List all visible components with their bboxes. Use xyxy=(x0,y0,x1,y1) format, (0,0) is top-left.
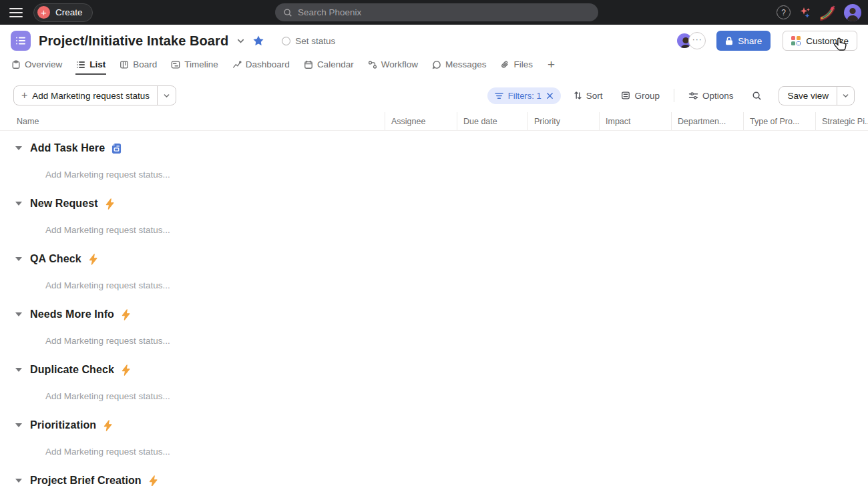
files-icon xyxy=(500,60,509,69)
section-collapse-chevron-icon[interactable] xyxy=(15,312,22,316)
title-chevron-down-icon[interactable] xyxy=(236,37,245,45)
tab-files[interactable]: Files xyxy=(499,57,533,75)
tab-workflow[interactable]: Workflow xyxy=(367,57,419,75)
filters-chip[interactable]: Filters: 1 xyxy=(487,87,561,104)
tab-calendar[interactable]: Calendar xyxy=(303,57,355,75)
section-collapse-chevron-icon[interactable] xyxy=(15,423,22,427)
section-collapse-chevron-icon[interactable] xyxy=(15,479,22,483)
messages-icon xyxy=(432,60,441,69)
group-label: Group xyxy=(634,91,660,101)
section-title[interactable]: Needs More Info xyxy=(30,308,114,320)
section-collapse-chevron-icon[interactable] xyxy=(15,257,22,261)
section-title[interactable]: Add Task Here xyxy=(30,142,105,154)
filter-icon xyxy=(495,92,503,99)
section-title[interactable]: New Request xyxy=(30,198,98,210)
page-title: Project/Initiative Intake Board xyxy=(39,33,228,49)
sidebar-toggle-icon[interactable] xyxy=(9,8,23,17)
add-task-placeholder[interactable]: Add Marketing request status... xyxy=(0,276,868,294)
column-header-department[interactable]: Departmen... xyxy=(671,112,743,130)
save-view-caret-button[interactable] xyxy=(837,87,854,105)
user-avatar[interactable] xyxy=(844,4,861,21)
more-members-button[interactable]: ··· xyxy=(688,32,706,49)
section-title[interactable]: Duplicate Check xyxy=(30,364,114,376)
save-view-button[interactable]: Save view xyxy=(779,87,837,105)
bolt-icon[interactable] xyxy=(88,254,98,265)
options-button[interactable]: Options xyxy=(682,88,740,103)
column-header-priority[interactable]: Priority xyxy=(527,112,599,130)
set-status-label: Set status xyxy=(295,36,335,46)
add-task-button[interactable]: + Add Marketing request status xyxy=(14,86,157,105)
add-tab-button[interactable]: + xyxy=(546,57,556,75)
favorite-star-icon[interactable] xyxy=(252,35,264,47)
task-section: Duplicate Check Add Marketing request st… xyxy=(0,352,868,408)
tab-board[interactable]: Board xyxy=(119,57,158,75)
section-title[interactable]: Project Brief Creation xyxy=(30,475,142,486)
group-button[interactable]: Group xyxy=(615,88,666,103)
ai-sparkles-icon[interactable] xyxy=(799,6,812,19)
tab-overview[interactable]: Overview xyxy=(11,57,63,75)
sort-button[interactable]: Sort xyxy=(568,88,609,103)
add-task-label: Add Marketing request status xyxy=(32,91,150,101)
section-header: Project Brief Creation xyxy=(0,471,868,486)
bolt-icon[interactable] xyxy=(148,475,158,486)
tab-list[interactable]: List xyxy=(75,57,106,75)
add-task-caret-button[interactable] xyxy=(157,86,176,105)
help-button[interactable]: ? xyxy=(777,5,791,19)
project-icon[interactable] xyxy=(11,31,31,51)
section-header: Needs More Info xyxy=(0,305,868,324)
customize-button[interactable]: Customize xyxy=(783,31,857,51)
section-header: Duplicate Check xyxy=(0,360,868,379)
column-header-due-date[interactable]: Due date xyxy=(457,112,527,130)
set-status-button[interactable]: Set status xyxy=(282,36,335,46)
plus-icon: + xyxy=(21,90,27,101)
task-section: Prioritization Add Marketing request sta… xyxy=(0,408,868,463)
column-header-strategic-pillar[interactable]: Strategic Pi... xyxy=(815,112,868,130)
tab-messages[interactable]: Messages xyxy=(431,57,487,75)
section-title[interactable]: Prioritization xyxy=(30,419,96,431)
section-collapse-chevron-icon[interactable] xyxy=(15,146,22,150)
section-header: New Request xyxy=(0,194,868,213)
sort-label: Sort xyxy=(586,91,603,101)
section-collapse-chevron-icon[interactable] xyxy=(15,368,22,372)
table-header-row: Name Assignee Due date Priority Impact D… xyxy=(0,112,868,131)
plus-icon: + xyxy=(37,6,50,19)
task-section: Project Brief Creation Add Marketing req… xyxy=(0,463,868,486)
calendar-icon xyxy=(304,60,313,69)
section-title[interactable]: QA Check xyxy=(30,253,81,265)
create-button[interactable]: + Create xyxy=(33,3,93,22)
add-task-placeholder[interactable]: Add Marketing request status... xyxy=(0,165,868,184)
doc-icon[interactable] xyxy=(112,143,122,154)
global-search-input[interactable]: Search Phoenix xyxy=(275,3,598,21)
project-members[interactable]: ··· xyxy=(676,32,706,49)
add-task-placeholder[interactable]: Add Marketing request status... xyxy=(0,387,868,405)
tab-dashboard[interactable]: Dashboard xyxy=(232,57,290,75)
project-header: Project/Initiative Intake Board Set stat… xyxy=(0,25,868,57)
list-toolbar: + Add Marketing request status Filters: … xyxy=(0,85,868,105)
bolt-icon[interactable] xyxy=(121,364,131,376)
share-button[interactable]: Share xyxy=(716,31,771,51)
save-view-label: Save view xyxy=(787,91,829,101)
chevron-down-icon xyxy=(842,92,849,99)
add-task-placeholder[interactable]: Add Marketing request status... xyxy=(0,442,868,461)
clear-filter-icon[interactable] xyxy=(546,92,554,99)
search-tasks-button[interactable] xyxy=(746,88,768,103)
task-section: Add Task Here Add Marketing request stat… xyxy=(0,131,868,186)
column-header-assignee[interactable]: Assignee xyxy=(385,112,457,130)
bolt-icon[interactable] xyxy=(103,420,113,431)
add-task-placeholder[interactable]: Add Marketing request status... xyxy=(0,220,868,239)
workflow-icon xyxy=(368,60,377,69)
section-collapse-chevron-icon[interactable] xyxy=(15,202,22,206)
tab-timeline[interactable]: Timeline xyxy=(170,57,219,75)
section-header: Prioritization xyxy=(0,416,868,435)
share-label: Share xyxy=(738,36,762,46)
column-header-impact[interactable]: Impact xyxy=(599,112,671,130)
task-section: New Request Add Marketing request status… xyxy=(0,186,868,242)
add-task-placeholder[interactable]: Add Marketing request status... xyxy=(0,331,868,350)
bolt-icon[interactable] xyxy=(121,309,131,320)
celebration-phoenix-icon[interactable] xyxy=(820,5,836,21)
column-header-name[interactable]: Name xyxy=(0,112,385,130)
search-icon xyxy=(283,8,292,17)
column-header-type-of-project[interactable]: Type of Pro... xyxy=(743,112,815,130)
bolt-icon[interactable] xyxy=(105,198,115,210)
sort-icon xyxy=(574,91,582,100)
